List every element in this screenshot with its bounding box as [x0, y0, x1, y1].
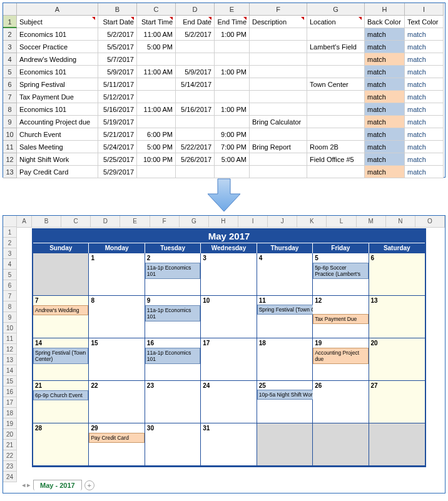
row-header-12[interactable]: 12: [3, 344, 17, 355]
data-cell[interactable]: [215, 91, 250, 103]
calendar-cell[interactable]: 20: [369, 338, 425, 381]
row-header-22[interactable]: 22: [3, 450, 17, 461]
data-cell[interactable]: 5/25/2017: [98, 153, 137, 166]
calendar-cell[interactable]: [313, 423, 369, 466]
data-cell[interactable]: [137, 78, 176, 91]
data-cell[interactable]: 5/29/2017: [98, 166, 137, 178]
row-header-8[interactable]: 8: [3, 103, 17, 116]
row-header-1[interactable]: 1: [3, 16, 17, 28]
col-header-M[interactable]: M: [357, 216, 386, 228]
calendar-event[interactable]: Pay Credit Card: [89, 433, 144, 443]
data-cell[interactable]: [176, 53, 215, 66]
data-cell[interactable]: [307, 128, 365, 141]
calendar-cell[interactable]: [33, 253, 89, 296]
row-header-4[interactable]: 4: [3, 53, 17, 66]
data-cell[interactable]: 5/19/2017: [98, 116, 137, 128]
data-cell[interactable]: 5/9/2017: [98, 66, 137, 78]
header-cell[interactable]: End Date: [176, 16, 215, 28]
data-cell[interactable]: [137, 116, 176, 128]
data-cell[interactable]: 5/22/2017: [176, 141, 215, 153]
col-header-D[interactable]: D: [91, 216, 120, 228]
col-header-K[interactable]: K: [297, 216, 327, 228]
row-header-13[interactable]: 13: [3, 355, 17, 365]
calendar-cell[interactable]: 6: [369, 253, 425, 296]
col-header-E[interactable]: E: [120, 216, 150, 228]
data-cell[interactable]: 11:00 AM: [137, 66, 176, 78]
row-header-1[interactable]: 1: [3, 227, 17, 238]
calendar-event[interactable]: 11a-1p Economics 101: [145, 305, 200, 321]
col-header-C[interactable]: C: [61, 216, 91, 228]
data-cell[interactable]: 1:00 PM: [215, 28, 250, 41]
data-cell[interactable]: 5/24/2017: [98, 141, 137, 153]
data-cell[interactable]: [176, 116, 215, 128]
col-header-I[interactable]: I: [405, 3, 444, 16]
data-cell[interactable]: 5/16/2017: [176, 103, 215, 116]
data-cell[interactable]: match: [365, 28, 405, 41]
select-all[interactable]: [3, 3, 17, 16]
row-header-23[interactable]: 23: [3, 461, 17, 472]
data-cell[interactable]: Night Shift Work: [17, 153, 98, 166]
col-header-E[interactable]: E: [215, 3, 250, 16]
calendar-cell[interactable]: 15: [89, 338, 145, 381]
row-header-3[interactable]: 3: [3, 248, 17, 259]
row-header-7[interactable]: 7: [3, 91, 17, 103]
data-cell[interactable]: Bring Calculator: [250, 116, 307, 128]
data-cell[interactable]: 5/7/2017: [98, 53, 137, 66]
calendar-cell[interactable]: 22: [89, 381, 145, 423]
col-header-I[interactable]: I: [238, 216, 268, 228]
data-cell[interactable]: [250, 41, 307, 53]
data-cell[interactable]: [307, 103, 365, 116]
row-header-2[interactable]: 2: [3, 238, 17, 248]
data-cell[interactable]: [215, 41, 250, 53]
data-cell[interactable]: [215, 166, 250, 178]
col-header-O[interactable]: O: [415, 216, 445, 228]
calendar-cell[interactable]: 11Spring Festival (Town Center): [257, 296, 313, 338]
tab-next-icon[interactable]: ▸: [27, 481, 31, 489]
data-cell[interactable]: Town Center: [307, 78, 365, 91]
data-cell[interactable]: [250, 91, 307, 103]
data-cell[interactable]: [307, 91, 365, 103]
data-cell[interactable]: match: [405, 28, 444, 41]
row-header-14[interactable]: 14: [3, 365, 17, 376]
col-header-B[interactable]: B: [32, 216, 61, 228]
col-header-H[interactable]: H: [209, 216, 238, 228]
calendar-cell[interactable]: 29Pay Credit Card: [89, 423, 145, 466]
calendar-cell[interactable]: 31: [201, 423, 257, 466]
calendar-cell[interactable]: 8: [89, 296, 145, 338]
data-cell[interactable]: [307, 28, 365, 41]
row-header-6[interactable]: 6: [3, 78, 17, 91]
calendar-cell[interactable]: 14Spring Festival (Town Center): [33, 338, 89, 381]
data-cell[interactable]: 5/2/2017: [176, 28, 215, 41]
row-headers[interactable]: 123456789101112131415161718192021222324: [3, 227, 17, 482]
calendar-event[interactable]: 6p-9p Church Event: [33, 390, 88, 400]
select-all-corner[interactable]: [3, 216, 17, 227]
data-cell[interactable]: [215, 116, 250, 128]
data-cell[interactable]: [176, 41, 215, 53]
row-header-12[interactable]: 12: [3, 153, 17, 166]
calendar-cell[interactable]: 24: [201, 381, 257, 423]
data-cell[interactable]: [176, 166, 215, 178]
row-header-10[interactable]: 10: [3, 323, 17, 333]
col-header-H[interactable]: H: [365, 3, 405, 16]
data-cell[interactable]: Sales Meeting: [17, 141, 98, 153]
data-cell[interactable]: [250, 28, 307, 41]
data-cell[interactable]: match: [405, 116, 444, 128]
data-cell[interactable]: 7:00 PM: [215, 141, 250, 153]
data-cell[interactable]: match: [365, 91, 405, 103]
calendar-cell[interactable]: 12Tax Payment Due: [313, 296, 369, 338]
data-cell[interactable]: match: [405, 103, 444, 116]
col-header-F[interactable]: F: [250, 3, 307, 16]
data-cell[interactable]: 1:00 PM: [215, 66, 250, 78]
row-header-16[interactable]: 16: [3, 387, 17, 397]
row-header-15[interactable]: 15: [3, 376, 17, 387]
calendar-cell[interactable]: 10: [201, 296, 257, 338]
row-header-3[interactable]: 3: [3, 41, 17, 53]
data-cell[interactable]: match: [365, 166, 405, 178]
calendar-cell[interactable]: 216p-9p Church Event: [33, 381, 89, 423]
data-cell[interactable]: 5/11/2017: [98, 78, 137, 91]
data-cell[interactable]: Accounting Project due: [17, 116, 98, 128]
data-cell[interactable]: [307, 116, 365, 128]
data-cell[interactable]: match: [365, 153, 405, 166]
data-cell[interactable]: Soccer Practice: [17, 41, 98, 53]
data-cell[interactable]: match: [405, 91, 444, 103]
